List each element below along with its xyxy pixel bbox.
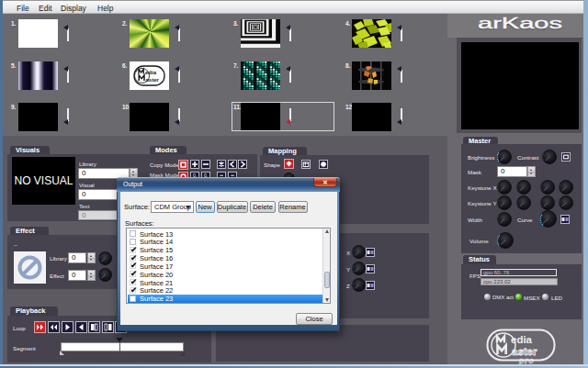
- svg-text:pro: pro: [518, 356, 535, 364]
- svg-text:edia: edia: [145, 70, 157, 75]
- svg-text:aster: aster: [146, 77, 160, 83]
- svg-text:edia: edia: [511, 334, 533, 345]
- svg-text:arKaos: arKaos: [478, 15, 562, 32]
- svg-text:aster: aster: [512, 346, 537, 357]
